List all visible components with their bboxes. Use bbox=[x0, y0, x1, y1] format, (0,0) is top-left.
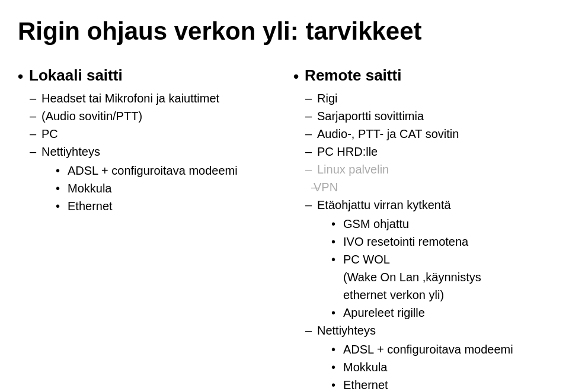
right-bullet: • bbox=[293, 66, 299, 86]
list-item: Sarjaportti sovittimia bbox=[305, 107, 545, 125]
list-item: PC WOL(Wake On Lan ,käynnistysethernet v… bbox=[331, 250, 545, 304]
right-column: • Remote saitti Rigi Sarjaportti sovitti… bbox=[293, 66, 545, 392]
right-sub-list-net: ADSL + configuroitava modeemi Mokkula Et… bbox=[317, 340, 545, 392]
left-column: • Lokaali saitti Headset tai Mikrofoni j… bbox=[18, 66, 270, 215]
list-item: Headset tai Mikrofoni ja kaiuttimet bbox=[30, 89, 270, 107]
list-item: Mokkula bbox=[56, 179, 270, 197]
list-item: (Audio sovitin/PTT) bbox=[30, 107, 270, 125]
list-item: Ethernet bbox=[331, 376, 545, 392]
left-sub-list: ADSL + configuroitava modeemi Mokkula Et… bbox=[41, 162, 270, 215]
list-item-muted: Linux palvelin bbox=[305, 160, 545, 178]
list-item: PC bbox=[30, 125, 270, 143]
list-item: Nettiyhteys ADSL + configuroitava modeem… bbox=[305, 322, 545, 392]
right-sub-list-power: GSM ohjattu IVO resetointi remotena PC W… bbox=[317, 215, 545, 322]
list-item: Nettiyhteys ADSL + configuroitava modeem… bbox=[30, 143, 270, 215]
list-item: Mokkula bbox=[331, 358, 545, 376]
left-section-title: Lokaali saitti bbox=[29, 66, 123, 85]
left-main-list: Headset tai Mikrofoni ja kaiuttimet (Aud… bbox=[18, 89, 270, 215]
right-main-list: Rigi Sarjaportti sovittimia Audio-, PTT-… bbox=[293, 89, 545, 392]
list-item: IVO resetointi remotena bbox=[331, 233, 545, 250]
right-section-title: Remote saitti bbox=[305, 66, 401, 85]
list-item: Rigi bbox=[305, 89, 545, 107]
list-item: ADSL + configuroitava modeemi bbox=[56, 162, 270, 179]
list-item: Apureleet rigille bbox=[331, 304, 545, 322]
list-item: Audio-, PTT- ja CAT sovitin bbox=[305, 125, 545, 143]
list-item: Etäohjattu virran kytkentä GSM ohjattu I… bbox=[305, 196, 545, 322]
list-item: ADSL + configuroitava modeemi bbox=[331, 340, 545, 358]
list-item: GSM ohjattu bbox=[331, 215, 545, 233]
left-bullet: • bbox=[18, 66, 23, 86]
list-item: Ethernet bbox=[56, 197, 270, 215]
list-item: PC HRD:lle bbox=[305, 143, 545, 160]
page-title: Rigin ohjaus verkon yli: tarvikkeet bbox=[18, 18, 545, 45]
right-section-header: • Remote saitti bbox=[293, 66, 545, 86]
left-section-header: • Lokaali saitti bbox=[18, 66, 270, 86]
list-item-muted: VPN bbox=[311, 178, 545, 196]
